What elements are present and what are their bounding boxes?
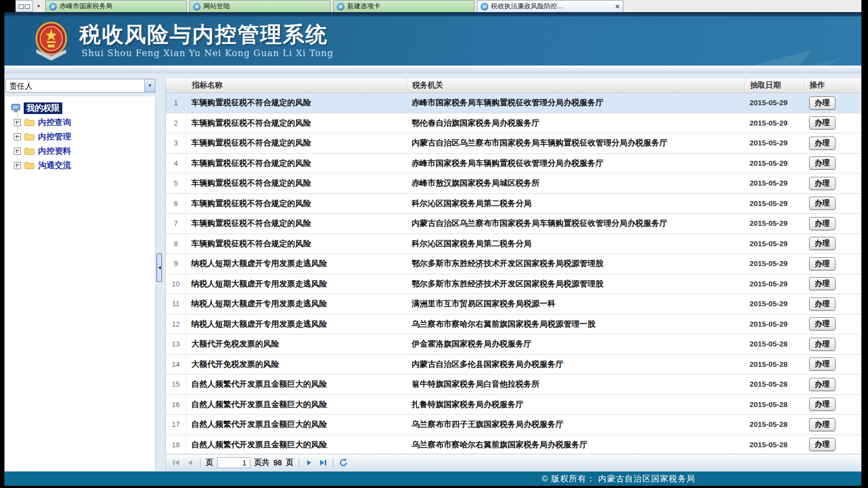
indicator-name-cell: 纳税人短期大额虚开专用发票走逃风险 [186, 319, 407, 329]
footer-bar: © 版权所有： 内蒙古自治区国家税务局 [4, 471, 861, 486]
column-header-authority[interactable]: 税务机关 [407, 78, 745, 93]
tree-folder-item[interactable]: 内控资料 [10, 144, 155, 158]
indicator-name-cell: 自然人频繁代开发票且金额巨大的风险 [186, 379, 407, 389]
folder-icon [24, 118, 35, 127]
column-header-rownum[interactable] [166, 78, 186, 93]
table-row[interactable]: 4 车辆购置税征税不符合规定的风险 赤峰市国家税务局车辆购置税征收管理分局办税服… [166, 154, 861, 174]
table-row[interactable]: 2 车辆购置税征税不符合规定的风险 鄂伦春自治旗国家税务局办税服务厅 2015-… [166, 113, 861, 134]
tax-authority-cell: 鄂尔多斯市东胜经济技术开发区国家税务局税源管理股 [407, 258, 745, 269]
handle-button[interactable]: 办理 [809, 418, 835, 431]
tax-authority-cell: 满洲里市互市贸易区国家税务局税源一科 [407, 299, 745, 309]
indicator-name-cell: 大额代开免税发票的风险 [186, 359, 407, 370]
tax-authority-cell: 鄂伦春自治旗国家税务局办税服务厅 [407, 118, 745, 128]
browser-tab[interactable]: e 新建选项卡 [333, 0, 475, 12]
pager-separator [200, 458, 201, 467]
refresh-icon[interactable] [338, 458, 348, 468]
handle-button[interactable]: 办理 [809, 338, 835, 351]
indicator-name-cell: 车辆购置税征税不符合规定的风险 [186, 198, 407, 209]
ie-browser-icon: e [481, 3, 488, 10]
banner-swoosh-decoration [724, 41, 850, 66]
tree-item-label: 内控资料 [38, 146, 71, 156]
table-row[interactable]: 14 大额代开免税发票的风险 内蒙古自治区多伦县国家税务局办税服务厅 2015-… [166, 355, 861, 375]
browser-tab[interactable]: e 税收执法廉政风险防控... × [477, 0, 623, 12]
handle-button[interactable]: 办理 [809, 96, 835, 110]
table-row[interactable]: 12 纳税人短期大额虚开专用发票走逃风险 乌兰察布市察哈尔右翼前旗国家税务局税源… [166, 315, 861, 335]
tree-root-my-permissions[interactable]: 我的权限 [10, 101, 155, 115]
handle-button[interactable]: 办理 [809, 297, 835, 311]
table-row[interactable]: 18 自然人频繁代开发票且金额巨大的风险 乌兰察布市察哈尔右翼前旗国家税务局办税… [166, 435, 861, 454]
tree-folder-item[interactable]: 沟通交流 [10, 158, 155, 172]
action-cell: 办理 [804, 137, 861, 150]
tax-authority-cell: 赤峰市国家税务局车辆购置税征收管理分局办税服务厅 [407, 158, 745, 169]
tab-close-icon[interactable]: × [615, 3, 619, 10]
last-page-button[interactable] [318, 458, 328, 468]
table-row[interactable]: 7 车辆购置税征税不符合规定的风险 内蒙古自治区乌兰察布市国家税务局车辆购置税征… [166, 214, 861, 234]
table-row[interactable]: 17 自然人频繁代开发票且金额巨大的风险 乌兰察布市四子王旗国家税务局办税服务厅… [166, 415, 861, 435]
column-header-action[interactable]: 操作 [804, 78, 861, 93]
table-row[interactable]: 3 车辆购置税征税不符合规定的风险 内蒙古自治区乌兰察布市国家税务局车辆购置税征… [166, 133, 861, 154]
column-header-date[interactable]: 抽取日期 [745, 78, 804, 93]
table-row[interactable]: 8 车辆购置税征税不符合规定的风险 科尔沁区国家税务局第二税务分局 2015-0… [166, 234, 861, 254]
table-row[interactable]: 15 自然人频繁代开发票且金额巨大的风险 翁牛特旗国家税务局白音他拉税务所 20… [166, 375, 861, 395]
handle-button[interactable]: 办理 [809, 137, 835, 150]
chevron-down-icon[interactable]: ▼ [144, 79, 155, 92]
tree-folder-item[interactable]: 内控管理 [10, 129, 155, 144]
browser-tab[interactable]: e 赤峰市国家税务局 [45, 0, 187, 12]
handle-button[interactable]: 办理 [809, 438, 835, 451]
tree-expand-icon[interactable] [14, 148, 21, 155]
handle-button[interactable]: 办理 [809, 317, 835, 330]
next-page-button[interactable] [304, 458, 314, 468]
quick-tabs-icon [19, 4, 24, 9]
first-page-button[interactable] [171, 458, 181, 468]
table-row[interactable]: 9 纳税人短期大额虚开专用发票走逃风险 鄂尔多斯市东胜经济技术开发区国家税务局税… [166, 254, 861, 274]
handle-button[interactable]: 办理 [809, 197, 835, 210]
handle-button[interactable]: 办理 [809, 217, 835, 230]
column-header-indicator[interactable]: 指标名称 [186, 78, 407, 93]
browser-tab[interactable]: e 网站登陆 [189, 0, 331, 12]
table-row[interactable]: 10 纳税人短期大额虚开专用发票走逃风险 鄂尔多斯市东胜经济技术开发区国家税务局… [166, 274, 861, 295]
tax-authority-cell: 鄂尔多斯市东胜经济技术开发区国家税务局税源管理股 [407, 279, 745, 289]
sidebar-collapse-handle[interactable] [157, 253, 162, 282]
row-number: 15 [166, 375, 186, 394]
handle-button[interactable]: 办理 [809, 177, 835, 190]
extract-date-cell: 2015-05-29 [745, 320, 804, 328]
page-number-input[interactable] [217, 457, 250, 468]
table-row[interactable]: 1 车辆购置税征税不符合规定的风险 赤峰市国家税务局车辆购置税征收管理分局办税服… [166, 93, 861, 113]
handle-button[interactable]: 办理 [809, 398, 835, 411]
tree-item-label: 内控查询 [38, 117, 71, 128]
tab-list-dropdown-button[interactable]: ▼ [34, 0, 43, 12]
extract-date-cell: 2015-05-29 [745, 119, 804, 127]
tax-authority-cell: 伊金霍洛旗国家税务局办税服务厅 [407, 339, 745, 349]
handle-button[interactable]: 办理 [809, 378, 835, 391]
handle-button[interactable]: 办理 [809, 237, 835, 250]
handle-button[interactable]: 办理 [809, 156, 835, 170]
previous-page-button[interactable] [185, 458, 195, 468]
handle-button[interactable]: 办理 [809, 257, 835, 270]
tree-item-label: 内控管理 [38, 132, 71, 142]
tree-expand-icon[interactable] [14, 162, 21, 169]
handle-button[interactable]: 办理 [809, 277, 835, 290]
action-cell: 办理 [804, 357, 861, 371]
row-number: 5 [166, 173, 186, 193]
handle-button[interactable]: 办理 [809, 357, 835, 371]
table-row[interactable]: 11 纳税人短期大额虚开专用发票走逃风险 满洲里市互市贸易区国家税务局税源一科 … [166, 294, 861, 315]
folder-icon [24, 147, 35, 155]
action-cell: 办理 [804, 438, 861, 451]
tax-authority-cell: 翁牛特旗国家税务局白音他拉税务所 [407, 379, 745, 389]
extract-date-cell: 2015-05-29 [745, 300, 804, 308]
extract-date-cell: 2015-05-28 [745, 420, 804, 429]
quick-tabs-button[interactable] [15, 1, 33, 12]
tax-authority-cell: 乌兰察布市四子王旗国家税务局办税服务厅 [407, 419, 745, 430]
table-row[interactable]: 6 车辆购置税征税不符合规定的风险 科尔沁区国家税务局第二税务分局 2015-0… [166, 194, 861, 214]
tree-expand-icon[interactable] [14, 133, 21, 140]
extract-date-cell: 2015-05-29 [745, 159, 804, 167]
tree-expand-icon[interactable] [14, 119, 21, 126]
action-cell: 办理 [804, 156, 861, 170]
table-row[interactable]: 16 自然人频繁代开发票且金额巨大的风险 扎鲁特旗国家税务局办税服务厅 2015… [166, 395, 861, 415]
table-row[interactable]: 13 大额代开免税发票的风险 伊金霍洛旗国家税务局办税服务厅 2015-05-2… [166, 334, 861, 355]
risk-indicator-grid: 指标名称 税务机关 抽取日期 操作 1 车辆购置税征税不符合规定的风险 赤峰市国… [165, 78, 861, 471]
tree-folder-item[interactable]: 内控查询 [10, 115, 155, 129]
table-row[interactable]: 5 车辆购置税征税不符合规定的风险 赤峰市敖汉旗国家税务局城区税务所 2015-… [166, 173, 861, 194]
responsible-person-dropdown[interactable]: 责任人 ▼ [6, 79, 155, 93]
handle-button[interactable]: 办理 [809, 116, 835, 129]
